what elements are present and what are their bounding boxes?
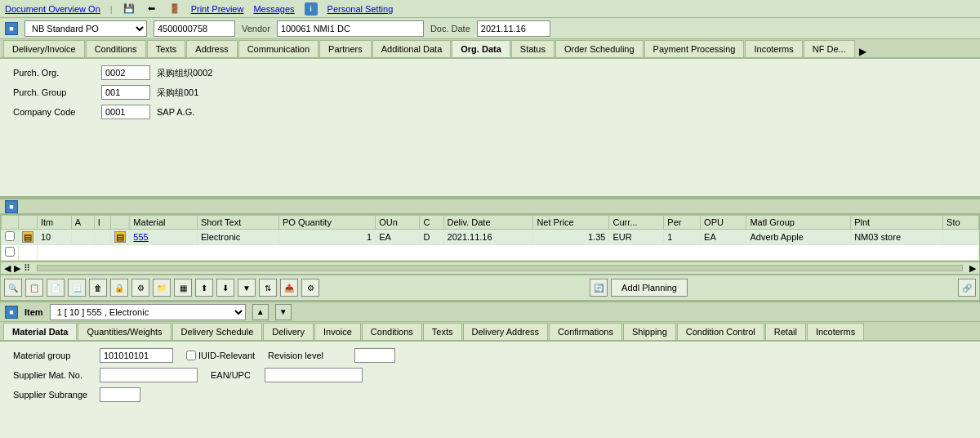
ean-upc-input[interactable] [265,368,363,382]
network-btn[interactable]: 🔗 [958,279,976,297]
item-tab-condition-control[interactable]: Condition Control [677,323,764,340]
tab-communication[interactable]: Communication [238,40,318,57]
material-group-input[interactable] [100,348,173,363]
supplier-subrange-input[interactable] [100,387,140,402]
tab-additional-data[interactable]: Additional Data [372,40,452,57]
item-tab-confirmations[interactable]: Confirmations [549,323,622,340]
scroll-right-icon[interactable]: ▶ [14,263,20,274]
tab-incoterms[interactable]: Incoterms [745,40,802,57]
arrow-btn1[interactable]: ⬆ [195,279,213,297]
print-preview-text[interactable]: Print Preview [191,4,244,14]
grid-btn[interactable]: ▦ [174,279,192,297]
col-header-c[interactable]: C [420,216,443,230]
zoom-btn[interactable]: 🔍 [4,279,22,297]
revision-level-input[interactable] [354,348,395,363]
item-tab-delivery-schedule[interactable]: Delivery Schedule [172,323,263,340]
purch-org-input[interactable] [101,65,150,80]
table-row[interactable]: ▤ 10 ▤ 555 Electronic 1 EA D 2021.11.16 … [2,230,979,245]
tab-payment-processing[interactable]: Payment Processing [644,40,745,57]
item-btn3[interactable]: 📃 [68,279,86,297]
col-header-material[interactable]: Material [130,216,198,230]
tab-nf-de[interactable]: NF De... [804,40,855,57]
item-btn1[interactable]: 📋 [25,279,43,297]
col-header-matl-group[interactable]: Matl Group [746,216,851,230]
col-header-short-text[interactable]: Short Text [197,216,278,230]
item-tab-delivery-address[interactable]: Delivery Address [463,323,549,340]
item-btn2[interactable]: 📄 [47,279,65,297]
item-tab-texts[interactable]: Texts [423,323,462,340]
delete-btn[interactable]: 🗑 [89,279,107,297]
item-tab-retail[interactable]: Retail [765,323,806,340]
messages-link[interactable]: Messages [253,4,294,14]
exit-icon[interactable]: 🚪 [168,2,181,16]
sort-btn[interactable]: ⇅ [259,279,277,297]
header-tabs-row: Delivery/Invoice Conditions Texts Addres… [0,39,980,59]
tabs-scroll-right[interactable]: ▶ [856,46,870,57]
item-tab-conditions[interactable]: Conditions [362,323,422,340]
item-tab-delivery[interactable]: Delivery [263,323,314,340]
item-nav-up[interactable]: ▲ [252,304,269,320]
item-nav-down[interactable]: ▼ [275,304,292,320]
item-detail-select[interactable]: 1 [ 10 ] 555 , Electronic [50,304,246,320]
addl-planning-button[interactable]: Addl Planning [611,279,688,297]
export-btn[interactable]: 📤 [280,279,298,297]
vendor-input[interactable] [277,20,424,37]
item-tab-invoice[interactable]: Invoice [314,323,361,340]
tab-conditions[interactable]: Conditions [86,40,146,57]
doc-date-input[interactable] [477,20,550,37]
col-header-net-price[interactable]: Net Price [533,216,609,230]
company-code-row: Company Code SAP A.G. [13,105,967,119]
table-row-empty[interactable]: ▤ [2,245,979,261]
tab-status[interactable]: Status [511,40,555,57]
iuid-checkbox[interactable] [186,351,196,360]
iuid-group: IUID-Relevant [186,351,255,360]
personal-setting-link[interactable]: Personal Setting [327,4,394,14]
filter-btn[interactable]: ▼ [238,279,256,297]
col-header-oun[interactable]: OUn [376,216,420,230]
po-number-input[interactable] [154,20,235,37]
save-icon[interactable]: 💾 [122,2,136,16]
tab-delivery-invoice[interactable]: Delivery/Invoice [3,40,85,57]
col-header-po-quantity[interactable]: PO Quantity [278,216,375,230]
col-header-itm[interactable]: Itm [38,216,72,230]
copy-btn[interactable]: 📁 [153,279,171,297]
cell-itm: 10 [38,230,72,245]
purch-group-input[interactable] [101,85,150,100]
addl-icon[interactable]: 🔄 [590,279,608,297]
tab-texts[interactable]: Texts [147,40,186,57]
col-header-opu[interactable]: OPU [701,216,746,230]
col-header-plnt[interactable]: Plnt [851,216,943,230]
col-header-per[interactable]: Per [664,216,701,230]
doc-overview-text[interactable]: Document Overview On [5,4,100,14]
settings-btn[interactable]: ⚙ [131,279,149,297]
supplier-mat-input[interactable] [100,368,198,382]
arrow-btn2[interactable]: ⬇ [216,279,234,297]
item-tab-material-data[interactable]: Material Data [3,323,77,340]
lock-btn[interactable]: 🔒 [110,279,128,297]
tab-address[interactable]: Address [186,40,237,57]
scroll-end-icon[interactable]: ▶ [969,263,976,274]
col-header-deliv-date[interactable]: Deliv. Date [443,216,533,230]
item-tab-shipping[interactable]: Shipping [623,323,676,340]
company-code-input[interactable] [101,105,150,119]
item-tab-incoterms[interactable]: Incoterms [807,323,864,340]
col-header-a[interactable]: A [71,216,94,230]
scroll-handle[interactable]: ⠿ [24,263,30,274]
cell-plnt: NM03 store [851,230,943,245]
cell-checkbox[interactable] [2,230,19,245]
cell-deliv-date: 2021.11.16 [443,230,533,245]
scroll-left-icon[interactable]: ◀ [4,263,11,274]
config-btn[interactable]: ⚙ [301,279,319,297]
col-header-curr[interactable]: Curr... [609,216,664,230]
info-icon[interactable]: i [305,2,318,16]
cell-material[interactable]: 555 [130,230,198,245]
back-icon[interactable]: ⬅ [145,2,158,16]
tab-partners[interactable]: Partners [319,40,372,57]
tab-org-data[interactable]: Org. Data [452,40,510,57]
po-type-select[interactable]: NB Standard PO [24,20,147,37]
tab-order-scheduling[interactable]: Order Scheduling [555,40,644,57]
item-tab-quantities[interactable]: Quantities/Weights [78,323,171,340]
col-header-sto[interactable]: Sto [943,216,979,230]
col-header-mat-icon [111,216,130,230]
col-header-i[interactable]: I [94,216,111,230]
